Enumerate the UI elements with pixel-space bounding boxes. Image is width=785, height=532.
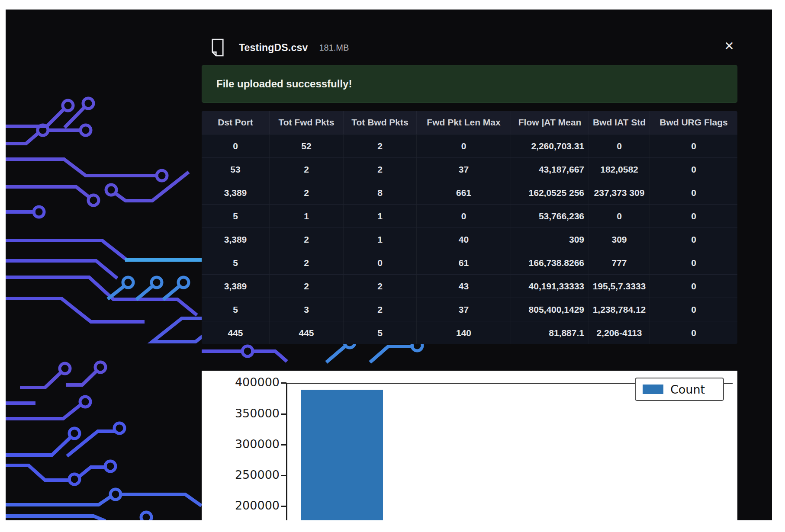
- table-cell: 237,373 309: [589, 181, 650, 204]
- y-tick-label: 400000: [210, 376, 280, 388]
- y-tick: [281, 444, 286, 445]
- table-header-row: Dst PortTot Fwd PktsTot Bwd PktsFwd Pkt …: [202, 111, 737, 134]
- table-cell: 166,738.8266: [511, 251, 589, 274]
- table-column-header: Dst Port: [202, 111, 270, 134]
- table-row: 53237805,400,14291,238,784.120: [202, 298, 737, 321]
- table-cell: 37: [417, 298, 511, 321]
- table-cell: 43: [417, 275, 511, 298]
- table-cell: 2: [344, 298, 417, 321]
- table-cell: 5: [202, 205, 270, 228]
- file-upload-header: TestingDS.csv 181.MB: [202, 30, 737, 65]
- count-bar-chart: 400000 350000 300000 250000 200000 Count: [202, 371, 737, 520]
- table-cell: 2,206-4113: [589, 321, 650, 344]
- y-tick: [281, 413, 286, 415]
- table-cell: 52: [270, 135, 344, 157]
- table-cell: 0: [589, 205, 650, 228]
- table-column-header: Flow |AT Mean: [511, 111, 589, 134]
- table-cell: 0: [650, 181, 737, 204]
- table-cell: 3,389: [202, 275, 270, 298]
- table-cell: 61: [417, 251, 511, 274]
- table-body: 052202,260,703.310053223743,187,667182,0…: [202, 134, 737, 344]
- y-tick: [281, 475, 286, 476]
- chart-legend: Count: [635, 378, 724, 401]
- table-row: 53223743,187,667182,05820: [202, 157, 737, 181]
- table-cell: 0: [650, 275, 737, 298]
- table-cell: 2: [270, 275, 344, 298]
- table-cell: 0: [650, 228, 737, 251]
- table-cell: 0: [650, 135, 737, 157]
- table-cell: 5: [344, 321, 417, 344]
- table-cell: 2,260,703.31: [511, 135, 589, 157]
- table-cell: 2: [270, 228, 344, 251]
- y-tick: [281, 382, 286, 384]
- table-row: 445445514081,887.12,206-41130: [202, 321, 737, 344]
- table-cell: 445: [270, 321, 344, 344]
- file-size: 181.MB: [319, 43, 349, 53]
- table-cell: 0: [650, 205, 737, 228]
- table-column-header: Tot Bwd Pkts: [344, 111, 417, 134]
- close-button[interactable]: ✕: [718, 35, 740, 57]
- table-cell: 40: [417, 228, 511, 251]
- table-cell: 43,187,667: [511, 158, 589, 181]
- table-row: 52061166,738.82667770: [202, 251, 737, 274]
- table-cell: 0: [417, 205, 511, 228]
- table-cell: 0: [650, 321, 737, 344]
- table-cell: 195,5,7.3333: [589, 275, 650, 298]
- y-tick-label: 250000: [210, 469, 280, 481]
- table-cell: 81,887.1: [511, 321, 589, 344]
- table-cell: 1,238,784.12: [589, 298, 650, 321]
- table-column-header: Bwd IAT Std: [589, 111, 650, 134]
- y-tick: [281, 506, 286, 507]
- table-cell: 40,191,33333: [511, 275, 589, 298]
- table-cell: 309: [589, 228, 650, 251]
- y-tick-label: 350000: [210, 407, 280, 419]
- table-cell: 0: [417, 135, 511, 157]
- table-cell: 0: [650, 158, 737, 181]
- table-cell: 3,389: [202, 181, 270, 204]
- table-cell: 182,0582: [589, 158, 650, 181]
- legend-label: Count: [670, 383, 705, 396]
- y-tick-label: 300000: [210, 438, 280, 450]
- legend-swatch: [643, 385, 663, 394]
- table-column-header: Bwd URG Flags: [650, 111, 737, 134]
- table-cell: 1: [344, 228, 417, 251]
- table-cell: 5: [202, 298, 270, 321]
- table-cell: 2: [270, 181, 344, 204]
- app-background: TestingDS.csv 181.MB ✕ File uploaded suc…: [6, 10, 772, 520]
- table-cell: 0: [650, 298, 737, 321]
- table-cell: 2: [270, 251, 344, 274]
- y-tick-label: 200000: [210, 500, 280, 511]
- table-cell: 2: [344, 158, 417, 181]
- table-cell: 0: [589, 135, 650, 157]
- table-cell: 1: [344, 205, 417, 228]
- table-cell: 661: [417, 181, 511, 204]
- upload-success-banner: File uploaded successfully!: [202, 65, 737, 103]
- table-cell: 8: [344, 181, 417, 204]
- table-cell: 2: [344, 275, 417, 298]
- table-cell: 1: [270, 205, 344, 228]
- table-column-header: Fwd Pkt Len Max: [417, 111, 511, 134]
- table-row: 511053,766,23600: [202, 204, 737, 228]
- table-cell: 5: [202, 251, 270, 274]
- file-name: TestingDS.csv: [239, 42, 308, 54]
- table-row: 3,38921403093090: [202, 228, 737, 251]
- table-cell: 0: [202, 135, 270, 157]
- table-cell: 53,766,236: [511, 205, 589, 228]
- chart-y-axis: [286, 383, 287, 520]
- table-cell: 37: [417, 158, 511, 181]
- table-cell: 0: [344, 251, 417, 274]
- table-column-header: Tot Fwd Pkts: [270, 111, 344, 134]
- table-cell: 445: [202, 321, 270, 344]
- data-preview-table: Dst PortTot Fwd PktsTot Bwd PktsFwd Pkt …: [202, 111, 737, 344]
- table-cell: 805,400,1429: [511, 298, 589, 321]
- upload-success-message: File uploaded successfully!: [216, 78, 352, 90]
- table-row: 052202,260,703.3100: [202, 134, 737, 157]
- table-cell: 0: [650, 251, 737, 274]
- table-cell: 2: [270, 158, 344, 181]
- table-cell: 2: [344, 135, 417, 157]
- table-cell: 777: [589, 251, 650, 274]
- table-row: 3,38928661162,0525 256237,373 3090: [202, 181, 737, 204]
- file-icon: [211, 38, 224, 57]
- table-cell: 3,389: [202, 228, 270, 251]
- table-cell: 162,0525 256: [511, 181, 589, 204]
